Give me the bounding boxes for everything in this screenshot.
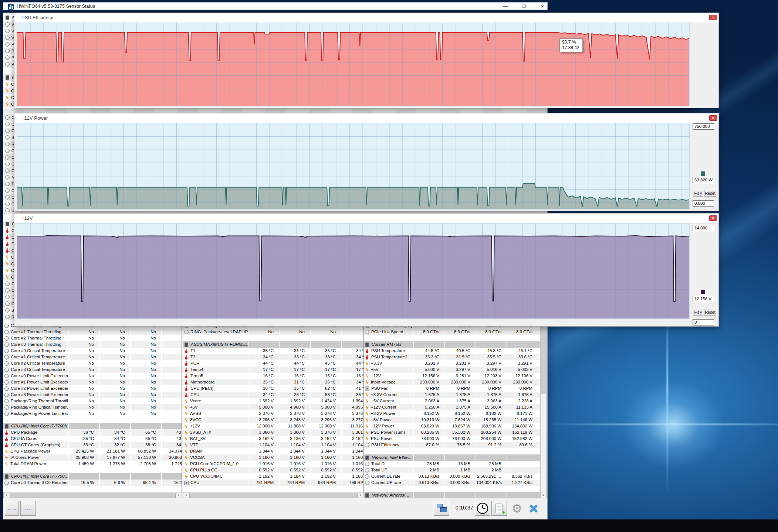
sensor-row[interactable]: ϟVTT1.104 V1.104 V1.104 V1.104 V xyxy=(183,442,363,448)
clock-button[interactable] xyxy=(475,501,490,516)
graph-close-button[interactable]: × xyxy=(709,115,717,121)
sensor-row[interactable]: Total DL25 MB16 MB25 MB xyxy=(364,461,540,467)
sensor-row[interactable]: ϟ+5V5.000 V3.297 V5.016 V5.003 V xyxy=(364,366,540,373)
scroll-left-icon[interactable]: ‹ xyxy=(183,492,189,498)
sensor-row[interactable]: ϟ+5V Power10.313 W7.624 W15.265 W11.146 … xyxy=(364,417,540,423)
12v-plot[interactable] xyxy=(17,223,690,319)
close-sensors-button[interactable] xyxy=(527,502,540,515)
maximize-button[interactable]: ❐ xyxy=(516,3,532,10)
app-titlebar[interactable]: HWiNFO64 v5.53-3175 Sensor Status — ❐ × xyxy=(3,2,548,10)
sensor-row[interactable]: CPU GT Cores (Graphics)33 °C32 °C38 °C34… xyxy=(3,442,182,448)
graph-titlebar[interactable]: +12V Power xyxy=(14,113,718,123)
sensor-row[interactable]: PSU Fan0 RPM0 RPM0 RPM0 RPM xyxy=(364,385,540,392)
sensor-row[interactable]: T135 °C31 °C36 °C34 °C xyxy=(183,348,363,354)
section-header-row[interactable]: Network: Intel Ethe… xyxy=(364,454,540,461)
scrollbar-thumb[interactable] xyxy=(541,323,547,394)
sensor-row[interactable]: ϟInput Voltage230.000 V230.000 V230.000 … xyxy=(364,379,540,385)
psu-efficiency-plot[interactable] xyxy=(17,23,690,106)
collapse-columns-button[interactable]: →← xyxy=(20,501,36,516)
sensor-row[interactable]: Core #3 Power Limit ExceededNoNoNo xyxy=(3,392,182,398)
sensor-row[interactable]: ϟBAT_3V3.152 V3.136 V3.152 V3.152 V xyxy=(183,436,363,442)
sensor-row[interactable]: Temp417 °C17 °C17 °C17 °C xyxy=(183,366,363,373)
section-header-row[interactable]: Network: Atheros/… xyxy=(364,492,540,498)
sensor-row[interactable]: PSU Temperature44.5 °C40.5 °C45.3 °C43.1… xyxy=(364,348,540,354)
sensor-row[interactable]: Package/Ring Power Limit Exc…NoNoNo xyxy=(3,410,182,417)
graph-close-button[interactable]: × xyxy=(709,215,717,221)
sensor-row[interactable]: ϟCPU PLLs OC0.592 V0.592 V0.592 V0.592 V xyxy=(183,467,363,473)
graph-titlebar[interactable]: +12V xyxy=(14,214,718,224)
sensor-row[interactable]: ϟVcore1.392 V1.392 V1.424 V1.394 V xyxy=(183,398,363,404)
sensor-row[interactable]: Temp516 °C16 °C16 °C16 °C xyxy=(183,373,363,379)
sensor-row[interactable]: Core #3 Critical TemperatureNoNoNo xyxy=(3,366,182,373)
sensor-row[interactable]: CPU (PECI)38 °C35 °C62 °C41 °C xyxy=(183,385,363,392)
sensor-row[interactable]: ϟAVSB3.376 V3.376 V3.376 V3.376 V xyxy=(183,410,363,417)
sensor-row[interactable]: ϟPSU Power (sum)80.285 W35.332 W208.254 … xyxy=(364,429,540,436)
sensor-row[interactable]: CPU IA Cores35 °C34 °C65 °C43 °C xyxy=(3,436,182,442)
sensor-row[interactable]: Core #0 Thread 0 C0 Residency16.5 %6.6 %… xyxy=(3,480,182,486)
sensor-row[interactable]: CPU781 RPM764 RPM964 RPM799 RPM xyxy=(183,480,363,486)
graph-window-12v-power[interactable]: +12V Power × 750.000 63.820 W Fit y Rese… xyxy=(14,113,719,211)
sensor-row[interactable]: ϟTotal DRAM Power1.450 W1.273 W2.705 W1.… xyxy=(3,461,182,467)
sensor-row[interactable]: ϟ+3.3V3.281 V3.281 V3.297 V3.291 V xyxy=(364,360,540,366)
sensor-row[interactable]: ϟ3VCC3.296 V3.248 V3.296 V3.277 V xyxy=(183,417,363,423)
close-button[interactable]: × xyxy=(534,3,551,10)
sensor-row[interactable]: Core #2 Power Limit ExceededNoNoNo xyxy=(3,385,182,392)
sensor-row[interactable]: ϟIA Cores Power25.903 W17.677 W57.138 W3… xyxy=(3,454,182,461)
sensor-row[interactable]: Core #2 Critical TemperatureNoNoNo xyxy=(3,360,182,366)
graph-close-button[interactable]: × xyxy=(709,15,717,20)
sensor-row[interactable]: Current DL rate0.613 KB/s0.000 KB/s2,568… xyxy=(364,473,540,480)
remote-monitoring-button[interactable] xyxy=(434,501,449,516)
graph-window-12v[interactable]: +12V × 14.000 12.156 V Fit y Reset 0 xyxy=(14,213,719,327)
section-header-row[interactable]: CPU [#0]: Intel Core i7-7700… xyxy=(3,473,182,480)
12v-power-plot[interactable] xyxy=(17,123,690,209)
sensor-row[interactable]: Current UP rate0.613 KB/s0.000 KB/s104.0… xyxy=(364,480,540,486)
scroll-down-icon[interactable]: ∨ xyxy=(541,492,546,498)
sensor-row[interactable]: PCH44 °C44 °C45 °C44 °C xyxy=(183,360,363,366)
scroll-left-icon[interactable]: ‹ xyxy=(4,492,9,498)
current-value-box[interactable]: 63.820 W xyxy=(693,177,714,183)
taskbar[interactable]: 17:40 09.07.2017 xyxy=(0,519,778,532)
reset-button[interactable]: Reset xyxy=(704,309,716,316)
sensor-row[interactable]: CPU Package36 °C34 °C65 °C43 °C xyxy=(3,429,182,436)
sensor-row[interactable]: Core #0 Critical TemperatureNoNoNo xyxy=(3,348,182,354)
scrollbar-thumb[interactable] xyxy=(10,493,176,498)
graph-titlebar[interactable]: PSU Efficiency xyxy=(14,13,718,23)
sensor-row[interactable]: Core #3 Thermal ThrottlingNoNoNo xyxy=(3,341,182,348)
sensor-row[interactable]: Core #1 Power Limit ExceededNoNoNo xyxy=(3,379,182,385)
minimize-button[interactable]: — xyxy=(497,3,514,10)
scale-max-input[interactable]: 750.000 xyxy=(693,123,714,130)
sensor-row[interactable]: ϟ+12V Power63.820 W18.867 W188.906 W134.… xyxy=(364,423,540,429)
sensor-row[interactable]: Core #1 Thermal ThrottlingNoNoNo xyxy=(3,329,182,335)
sensor-row[interactable]: T234 °C33 °C38 °C34 °C xyxy=(183,354,363,360)
sensor-row[interactable]: PSU Efficiency87.0 %78.5 %91.2 %89.6 % xyxy=(364,442,540,448)
reset-button[interactable]: Reset xyxy=(704,190,716,197)
sensor-row[interactable]: ϟPSU Power78.000 W76.000 W208.000 W152.9… xyxy=(364,436,540,442)
sensor-row[interactable]: Core #1 Critical TemperatureNoNoNo xyxy=(3,354,182,360)
sensor-row[interactable]: Package/Ring Critical Temper…NoNoNo xyxy=(3,404,182,410)
sensor-row[interactable]: ϟVCCSA1.160 V1.160 V1.160 V1.160 V xyxy=(183,454,363,461)
sensor-row[interactable]: ϟ+12V Current5.250 A1.875 A15.500 A11.13… xyxy=(364,404,540,410)
sensor-row[interactable]: Core #2 Thermal ThrottlingNoNoNo xyxy=(3,335,182,341)
sensor-row[interactable]: PSU Temperature235.3 °C31.5 °C35.5 °C33.… xyxy=(364,354,540,360)
fit-y-button[interactable]: Fit y xyxy=(693,309,703,316)
sensor-row[interactable]: ϟCPU Package Power29.425 W21.181 W60.852… xyxy=(3,448,182,454)
section-header-row[interactable]: Corsair RM750i xyxy=(364,341,540,348)
scroll-right-icon[interactable]: › xyxy=(176,492,182,498)
settings-button[interactable]: ⚙ xyxy=(509,500,525,516)
section-header-row[interactable]: CPU [#0]: Intel Core i7-7700K xyxy=(3,423,182,429)
sensor-row[interactable]: CPU34 °C28 °C58 °C35 °C xyxy=(183,392,363,398)
sensor-row[interactable]: PCIe Link Speed8.0 GT/s8.0 GT/s8.0 GT/s8… xyxy=(364,329,540,335)
sensor-row[interactable]: ϟDRAM1.344 V1.344 V1.344 V1.344 V xyxy=(183,448,363,454)
sensor-row[interactable]: ϟ+5V5.000 V4.960 V5.000 V4.995 V xyxy=(183,404,363,410)
fit-y-button[interactable]: Fit y xyxy=(693,190,703,197)
sensor-row[interactable]: RING: Package-Level RAPL/P…NoNoNo xyxy=(183,329,363,335)
sensor-row[interactable]: Motherboard35 °C31 °C36 °C34 °C xyxy=(183,379,363,385)
sensor-row[interactable]: ϟ+5V Current2.063 A1.875 A3.063 A2.228 A xyxy=(364,398,540,404)
sensor-row[interactable]: ϟ+3.3V Current1.875 A1.875 A1.875 A1.875… xyxy=(364,392,540,398)
horizontal-scrollbar[interactable]: ‹ › xyxy=(183,492,364,498)
scale-min-input[interactable]: 0.000 xyxy=(693,200,714,207)
sensor-row[interactable]: ϟ+3.3V Power6.152 W6.152 W6.182 W6.171 W xyxy=(364,410,540,417)
section-header-row[interactable]: ASUS MAXIMUS IX FORMULA … xyxy=(183,341,363,348)
horizontal-scrollbar[interactable]: ‹ › xyxy=(3,492,182,498)
scale-max-input[interactable]: 14.000 xyxy=(693,225,714,231)
